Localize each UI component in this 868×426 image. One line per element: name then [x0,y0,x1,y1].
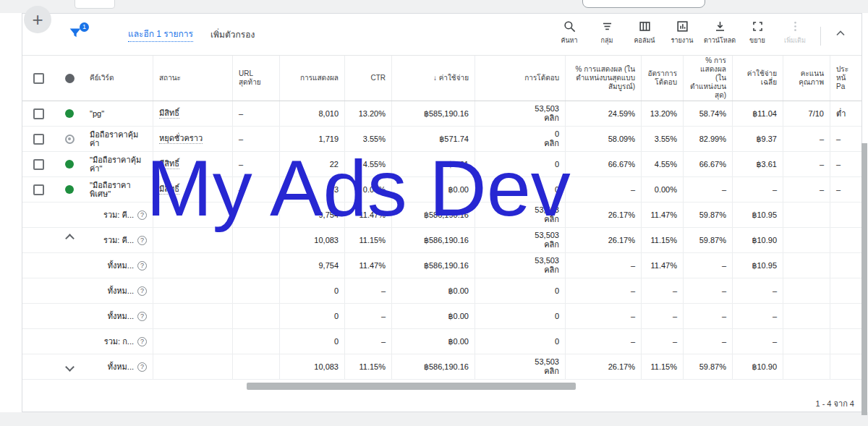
filter-funnel-icon[interactable]: 1 [67,25,86,44]
help-icon[interactable]: ? [137,312,147,321]
cell-top_pct: 59.87% [683,228,732,252]
more-button[interactable]: เพิ่มเติม [776,20,814,46]
status-link[interactable]: หยุดชั่วคราว [159,134,203,144]
cell-lp [830,228,862,252]
row-checkbox[interactable] [33,108,44,119]
cell-url: – [232,127,279,151]
keyword-text[interactable]: "มือถือราคาคุ้มค่า" [90,156,147,173]
cell-status [153,278,232,303]
row-checkbox[interactable] [33,159,44,170]
cell-select [22,203,55,227]
header-int_rate[interactable]: อัตราการโต้ตอบ [641,56,683,101]
cell-avg_cost: – [732,177,783,202]
cell-keyword: ทั้งหม...? [84,278,153,303]
cell-ctr: 13.20% [344,101,391,126]
cell-int_rate: 13.20% [641,101,683,126]
help-icon[interactable]: ? [137,236,147,245]
cell-quality: – [783,127,830,151]
keyword-row: "pg"มีสิทธิ์–8,01013.20%฿585,190.1653,50… [22,101,861,127]
cell-int_rate: – [641,278,683,303]
cell-abs_top: – [565,253,641,278]
interactions-value: 53,503 [535,205,559,215]
select-all-checkbox[interactable] [33,73,44,84]
cell-lp [830,278,862,303]
group-icon [600,20,614,33]
cell-avg_cost: – [732,304,783,328]
cropped-button-top-left[interactable] [75,0,115,9]
keyword-row: "มือถือราคาคุ้มค่า"มีสิทธิ์–224.55%฿3.61… [22,152,861,177]
help-icon[interactable]: ? [137,286,147,296]
status-link[interactable]: มีสิทธิ์ [159,159,179,169]
cell-avg_cost: ฿3.61 [732,152,783,176]
add-button[interactable]: + [24,6,51,33]
header-cost[interactable]: ↓ ค่าใช้จ่าย [391,56,475,101]
cell-top_pct: 59.87% [683,203,732,227]
header-url[interactable]: URL สุดท้าย [232,56,279,101]
cell-abs_top: 26.17% [565,203,641,227]
header-avg_cost[interactable]: ค่าใช้จ่ายเฉลี่ย [732,56,783,101]
status-link[interactable]: มีสิทธิ์ [159,184,179,195]
cell-select [22,177,55,202]
cell-ctr: 11.15% [344,228,391,252]
header-select[interactable] [22,56,55,101]
keyword-text[interactable]: "มือถือราคาพิเศษ" [90,181,147,198]
cell-status [153,354,232,379]
columns-icon [638,20,652,33]
row-checkbox[interactable] [33,184,44,195]
columns-button[interactable]: คอลัมน์ [626,20,663,46]
help-icon[interactable]: ? [137,210,147,220]
group-button[interactable]: กลุ่ม [588,20,626,46]
report-button[interactable]: รายงาน [663,20,701,46]
cell-lp [830,304,862,328]
cell-dot [55,228,84,252]
cell-cost: ฿0.00 [391,304,475,328]
header-impressions[interactable]: การแสดงผล [279,56,344,101]
add-filter-button[interactable]: เพิ่มตัวกรอง [210,27,255,41]
cell-avg_cost: ฿10.90 [732,228,783,252]
header-ctr[interactable]: CTR [344,56,391,101]
cell-select [22,304,55,328]
help-icon[interactable]: ? [137,337,147,346]
header-keyword[interactable]: คีย์เวิร์ด [84,56,153,101]
header-status[interactable]: สถานะ [153,56,232,101]
status-link[interactable]: มีสิทธิ์ [159,108,179,119]
row-checkbox[interactable] [33,134,44,145]
cell-interactions: 0คลิก [475,127,565,151]
cell-select [22,228,55,252]
cell-impressions: 10,083 [279,354,344,379]
header-lp[interactable]: ประ หน้ Pa [830,56,862,101]
interactions-unit: คลิก [544,367,559,376]
keyword-text[interactable]: มือถือราคาคุ้มค่า [90,130,147,148]
search-button[interactable]: ค้นหา [550,20,588,46]
summary-row: ทั้งหม...?0–฿0.000–––– [22,304,861,329]
header-quality[interactable]: คะแนนคุณภาพ [783,56,830,101]
vertical-scrollbar[interactable] [861,143,867,415]
filter-more-link[interactable]: และอีก 1 รายการ [128,27,193,42]
header-interactions[interactable]: การโต้ตอบ [475,56,565,101]
chevron-down-icon[interactable] [65,362,75,372]
cell-quality [783,354,830,379]
summary-label: ทั้งหม... [108,362,134,371]
chevron-up-icon[interactable] [65,234,75,243]
cell-status [153,329,232,354]
top-strip [0,0,868,13]
cell-select [22,101,55,126]
cell-int_rate: – [641,329,683,354]
cell-cost: ฿586,190.16 [391,228,475,252]
keyword-text[interactable]: "pg" [90,109,104,118]
horizontal-scrollbar[interactable] [247,383,576,390]
cell-abs_top: – [565,278,641,303]
header-abs_top[interactable]: % การแสดงผล (ใน ตำแหน่งบนสุดแบบสัมบูรณ์) [565,56,641,101]
help-icon[interactable]: ? [137,261,147,270]
collapse-table-button[interactable] [830,25,851,44]
cell-dot [55,177,84,202]
download-button[interactable]: ดาวน์โหลด [701,20,739,46]
header-top_pct[interactable]: % การแสดงผล (ใน ตำแหน่งบนสุด) [683,56,732,101]
cell-keyword: ทั้งหม...? [84,304,153,328]
cell-impressions: 8,010 [279,101,344,126]
expand-button[interactable]: ขยาย [739,20,776,46]
help-icon[interactable]: ? [137,362,147,372]
cell-cost: ฿586,190.16 [391,203,475,227]
cell-int_rate: 4.55% [641,152,683,176]
cropped-button-top-center[interactable] [582,0,705,8]
